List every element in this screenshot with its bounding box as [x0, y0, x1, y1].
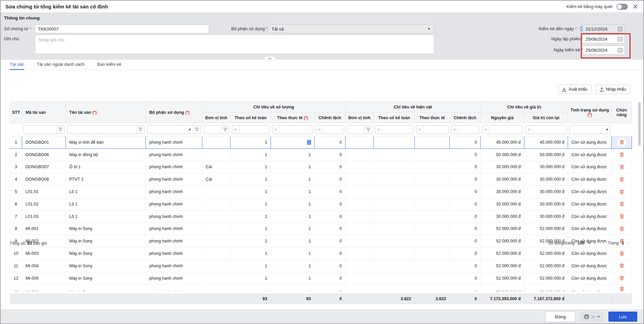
cell-book2[interactable]: [374, 148, 415, 161]
cell-status[interactable]: Còn sử dụng được: [568, 186, 612, 198]
caret-down-icon[interactable]: ▼: [187, 126, 193, 134]
filter-act1[interactable]: =: [272, 125, 313, 134]
cell-status[interactable]: Còn sử dụng được: [568, 272, 612, 284]
filter-dept[interactable]: ▼: [147, 125, 201, 134]
equals-operator[interactable]: =: [482, 126, 489, 134]
cell-uom2[interactable]: [346, 148, 374, 161]
filter-input-remain[interactable]: [533, 126, 566, 134]
equals-operator[interactable]: =: [375, 126, 383, 134]
trash-icon[interactable]: [617, 262, 626, 270]
cell-book2[interactable]: [374, 210, 415, 223]
table-row[interactable]: 10MI-003Máy in Sonyphong hanh chinh11005…: [10, 247, 632, 260]
cell-diff1[interactable]: 0: [315, 260, 346, 272]
cell-remain[interactable]: 30.000.000 đ: [524, 186, 568, 198]
cell-code[interactable]: DONGBO06: [22, 148, 66, 161]
cell-diff2[interactable]: 0: [450, 235, 481, 247]
cell-act1[interactable]: 1: [271, 223, 315, 235]
filter-input-uom2[interactable]: [347, 126, 364, 134]
tab-tai-san-ngoai-danh-sach[interactable]: Tài sản ngoài danh sách: [37, 62, 85, 70]
cell-book1[interactable]: 1: [231, 210, 271, 223]
cell-dept[interactable]: phong hanh chinh: [146, 210, 202, 223]
table-row[interactable]: 12MI-005Máy in Sonyphong hanh chinh11005…: [10, 272, 632, 284]
filter-diff2[interactable]: =: [451, 125, 479, 134]
cell-uom1[interactable]: [202, 186, 231, 198]
cell-diff2[interactable]: 0: [450, 136, 481, 149]
filter-book2[interactable]: =: [375, 125, 413, 134]
cell-dept[interactable]: phong hanh chinh: [146, 173, 202, 186]
cell-act2[interactable]: [415, 161, 450, 173]
cell-uom2[interactable]: [346, 186, 374, 198]
cell-diff2[interactable]: 0: [450, 210, 481, 223]
scan-toggle-switch[interactable]: [616, 4, 628, 10]
cell-diff1[interactable]: 0: [315, 247, 346, 260]
funnel-icon[interactable]: [193, 126, 201, 134]
cell-uom2[interactable]: [346, 284, 374, 293]
filter-input-code[interactable]: [24, 126, 56, 134]
filter-book1[interactable]: =: [232, 125, 270, 134]
cell-diff2[interactable]: 0: [450, 173, 481, 186]
cell-uom2[interactable]: [346, 260, 374, 272]
cell-stt[interactable]: 1: [10, 136, 22, 149]
cell-diff2[interactable]: 0: [450, 272, 481, 284]
cell-diff2[interactable]: 0: [450, 260, 481, 272]
close-button[interactable]: Đóng: [545, 311, 575, 322]
cell-cost[interactable]: 52.000.000 đ: [481, 284, 524, 293]
cell-book2[interactable]: [374, 235, 415, 247]
cell-diff1[interactable]: 0: [315, 161, 346, 173]
cell-status[interactable]: Còn sử dụng được: [568, 198, 612, 210]
filter-uom2[interactable]: [347, 125, 372, 134]
cell-uom1[interactable]: Cái: [202, 173, 231, 186]
next-page-button[interactable]: ›: [627, 240, 630, 245]
cell-diff1[interactable]: 0: [315, 272, 346, 284]
cell-uom2[interactable]: [346, 210, 374, 223]
caret-down-icon[interactable]: ▼: [604, 126, 610, 134]
trash-icon[interactable]: [617, 285, 626, 293]
cell-uom2[interactable]: [346, 247, 374, 260]
cell-act2[interactable]: [415, 223, 450, 235]
cell-code[interactable]: L01.01: [22, 186, 66, 198]
cell-stt[interactable]: 6: [10, 198, 22, 210]
tab-tai-san[interactable]: Tài sản: [10, 62, 24, 70]
cell-diff1[interactable]: 0: [315, 210, 346, 223]
cell-stt[interactable]: 7: [10, 210, 22, 223]
filter-input-diff2[interactable]: [458, 126, 479, 134]
filter-input-act2[interactable]: [424, 126, 448, 134]
cell-act1[interactable]: 1: [271, 161, 315, 173]
cell-status[interactable]: Còn sử dụng được: [568, 223, 612, 235]
equals-operator[interactable]: =: [451, 126, 458, 134]
cell-uom1[interactable]: [202, 223, 231, 235]
cell-act1[interactable]: 1: [271, 198, 315, 210]
calendar-icon[interactable]: [617, 26, 623, 32]
cell-act2[interactable]: [415, 260, 450, 272]
cell-name[interactable]: Máy in Sony: [66, 247, 146, 260]
cell-code[interactable]: DONGBO07: [22, 161, 66, 173]
cell-act1[interactable]: 1: [271, 272, 315, 284]
funnel-icon[interactable]: [136, 126, 144, 134]
cell-code[interactable]: MI-006: [22, 284, 66, 293]
cell-act1[interactable]: 1: [271, 210, 315, 223]
cell-cost[interactable]: 30.000.000 đ: [481, 186, 524, 198]
filter-input-cost[interactable]: [489, 126, 523, 134]
filter-remain[interactable]: =: [526, 125, 567, 134]
cell-cost[interactable]: 30.000.000 đ: [481, 173, 524, 186]
filter-diff1[interactable]: =: [316, 125, 344, 134]
cell-status[interactable]: Còn sử dụng được: [568, 247, 612, 260]
cell-uom1[interactable]: Cái: [202, 161, 231, 173]
cell-name[interactable]: Máy in Sony: [66, 260, 146, 272]
table-row[interactable]: 9MI-002Máy in Sonyphong hanh chinh110052…: [10, 235, 632, 247]
funnel-icon[interactable]: [364, 126, 372, 134]
filter-input-book2[interactable]: [383, 126, 413, 134]
table-row[interactable]: 2DONGBO06Máy in đồng bộphong hanh chinh1…: [10, 148, 632, 161]
cell-status[interactable]: Còn sử dụng được: [568, 136, 612, 149]
cell-status[interactable]: Còn sử dụng được: [568, 284, 612, 293]
cell-act2[interactable]: [415, 247, 450, 260]
table-row[interactable]: 8MI-001Máy in Sonyphong hanh chinh110052…: [10, 223, 632, 235]
cell-act2[interactable]: [415, 272, 450, 284]
cell-diff2[interactable]: 0: [450, 186, 481, 198]
trash-icon[interactable]: [617, 249, 626, 258]
trash-icon[interactable]: [617, 175, 626, 184]
filter-act2[interactable]: =: [416, 125, 448, 134]
cell-name[interactable]: Máy in Sony: [66, 284, 146, 293]
table-row[interactable]: 13MI-006Máy in Sonyphong hanh chinh11005…: [10, 284, 632, 293]
cell-diff2[interactable]: 0: [450, 198, 481, 210]
